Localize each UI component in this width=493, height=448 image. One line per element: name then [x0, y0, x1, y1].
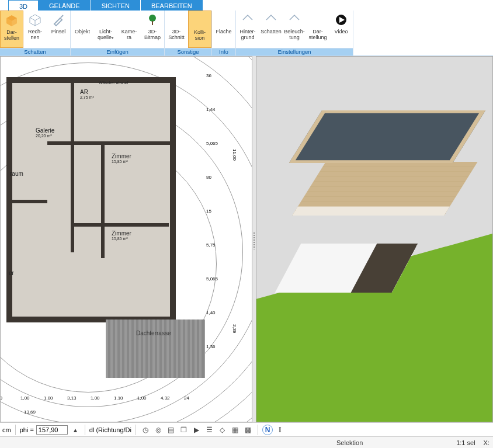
ribbon-cube-solid-button[interactable]: Dar-stellen: [0, 11, 23, 48]
dimension-value: 5,75: [206, 242, 216, 248]
tool-copy-icon[interactable]: ❐: [179, 425, 189, 435]
tool-grid-icon[interactable]: ▩: [243, 425, 254, 435]
brush-icon: [51, 13, 65, 27]
dimension-value: 4,32: [161, 395, 170, 401]
ribbon-group-schatten: Dar-stellenRech-nenPinselSchatten: [0, 11, 71, 55]
ribbon-section-plane-button[interactable]: 3D-Schnitt: [165, 11, 188, 48]
room-label-galerie: Galerie20,20 m²: [36, 127, 54, 138]
room-label-ar: AR2,75 m²: [80, 89, 94, 99]
tool-target-icon[interactable]: ◎: [153, 425, 164, 435]
tool-section-icon[interactable]: 𝕀: [275, 425, 286, 435]
section-plane-icon: [169, 13, 183, 27]
plan-canvas[interactable]: AR2,75 m² Galerie20,20 m² Zimmer15,85 m²…: [1, 57, 252, 422]
ribbon-group-label: Einstellungen: [236, 48, 353, 55]
dimension-value: 36: [206, 73, 211, 78]
ribbon-item-label: Rech-nen: [28, 29, 42, 40]
ribbon-house-shadow-button[interactable]: Schatten: [259, 11, 283, 48]
menu-tab-3d[interactable]: 3D: [8, 0, 39, 11]
dimension-value: 1,40: [206, 310, 216, 315]
ribbon-play-circle-button[interactable]: Video: [329, 11, 353, 48]
ribbon-bulb-button[interactable]: Licht-quelle▾: [94, 11, 117, 48]
ribbon-monitor-button[interactable]: Dar-stellung: [306, 11, 329, 48]
ribbon-group-label: Einfügen: [71, 48, 164, 55]
room-label-waesche: Wäsche- abwurf: [99, 81, 129, 85]
ribbon-group-label: Info: [212, 48, 235, 55]
svg-rect-15: [152, 21, 153, 25]
dimension-value: 15: [206, 209, 211, 214]
tree-icon: [145, 13, 159, 27]
ribbon-item-label: 3D-Bitmap: [144, 29, 161, 40]
tool-north-icon[interactable]: N: [262, 425, 273, 435]
dimension-value: 80: [206, 175, 211, 180]
ribbon-group-label: Schatten: [0, 48, 70, 55]
flat-roof: [289, 110, 485, 163]
plan-view-3d[interactable]: [256, 56, 493, 422]
ribbon-house-outline-button[interactable]: Hinter-grund: [236, 11, 259, 48]
room-label-dachterrasse: Dachterrasse: [136, 330, 171, 336]
dimension-value: 1,10: [114, 395, 123, 401]
phi-label: phi =: [20, 426, 34, 433]
tool-cursor-icon[interactable]: ▶: [192, 425, 202, 435]
room-label-er: er: [9, 270, 14, 276]
roof-terrace: [106, 319, 205, 378]
status-scale: 1:1 sel: [456, 439, 475, 446]
dimension-value: 24: [184, 395, 189, 401]
unit-label: cm: [2, 426, 11, 433]
bulb-icon: [99, 13, 113, 27]
ribbon-item-label: 3D-Schnitt: [168, 29, 185, 40]
dimension-value: 1,00: [91, 395, 100, 401]
ribbon-chair-button[interactable]: Objekt: [71, 11, 94, 48]
status-selection: Selektion: [336, 439, 363, 446]
camera-icon: [122, 13, 136, 27]
monitor-icon: [311, 13, 325, 27]
ribbon-cube-wire-button[interactable]: Rech-nen: [23, 11, 47, 48]
ribbon-item-label: Dar-stellen: [4, 29, 19, 41]
room-label-raum: raum: [10, 171, 23, 177]
menu-tab-bearbeiten[interactable]: BEARBEITEN: [141, 0, 203, 11]
ribbon-brush-button[interactable]: Pinsel: [47, 11, 70, 48]
phi-input[interactable]: [36, 425, 68, 435]
cube-wire-icon: [28, 13, 42, 27]
svg-point-14: [149, 15, 156, 22]
tool-layers-icon[interactable]: ▤: [166, 425, 176, 435]
dl-label: dl (Richtung/Di: [89, 426, 131, 433]
tool-diamond-icon[interactable]: ◇: [217, 425, 228, 435]
chair-icon: [75, 13, 89, 27]
upper-floor-facade: [292, 162, 477, 216]
menu-tab-sichten[interactable]: SICHTEN: [91, 0, 141, 11]
ribbon-item-label: Video: [335, 29, 348, 34]
ribbon-group-einfügen: ObjektLicht-quelle▾Kame-ra3D-BitmapEinfü…: [71, 11, 165, 55]
tool-stack-icon[interactable]: ☰: [204, 425, 215, 435]
ribbon-group-label: Sonstige: [165, 48, 211, 55]
main-menu-tabs: 3D GELÄNDE SICHTEN BEARBEITEN: [0, 0, 493, 11]
ribbon-house-light-button[interactable]: Beleuch-tung: [283, 11, 306, 48]
ruler-area-icon: m²: [217, 13, 231, 27]
ribbon-camera-button[interactable]: Kame-ra: [117, 11, 141, 48]
menu-tab-gelaende[interactable]: GELÄNDE: [39, 0, 91, 11]
dimension-value: 1,36: [206, 344, 216, 349]
scene-3d[interactable]: [256, 57, 492, 422]
stepper-up-icon[interactable]: ▴: [70, 425, 81, 435]
ribbon-item-label: Kame-ra: [121, 29, 137, 40]
dimension-value: 00: [0, 395, 2, 401]
ribbon-item-label: Fläche: [216, 29, 231, 34]
dimension-value: 1,44: [206, 107, 216, 112]
ribbon-ruler-area-button[interactable]: m²Fläche: [212, 11, 235, 48]
ribbon-group-info: m²FlächeInfo: [212, 11, 236, 55]
ribbon-tree-button[interactable]: 3D-Bitmap: [141, 11, 164, 48]
ribbon-toolbar: Dar-stellenRech-nenPinselSchattenObjektL…: [0, 11, 493, 56]
work-area: AR2,75 m² Galerie20,20 m² Zimmer15,85 m²…: [0, 56, 493, 422]
plan-view-2d[interactable]: AR2,75 m² Galerie20,20 m² Zimmer15,85 m²…: [0, 56, 252, 422]
room-label-zimmer2: Zimmer15,85 m²: [112, 230, 131, 241]
dimension-value: 1,00: [44, 395, 53, 401]
status-coord-x: X:: [484, 439, 489, 446]
ribbon-item-label: Hinter-grund: [239, 29, 255, 40]
ribbon-item-label: Licht-quelle▾: [98, 29, 114, 41]
tool-hatch-icon[interactable]: ▦: [230, 425, 241, 435]
tool-clock-icon[interactable]: ◷: [140, 425, 151, 435]
ribbon-person-button[interactable]: Kolli-sion: [188, 11, 211, 48]
ribbon-item-label: Beleuch-tung: [284, 29, 305, 40]
house-shadow-icon: [264, 13, 278, 27]
dimension-value: 3,13: [67, 395, 77, 401]
person-icon: [193, 13, 207, 27]
